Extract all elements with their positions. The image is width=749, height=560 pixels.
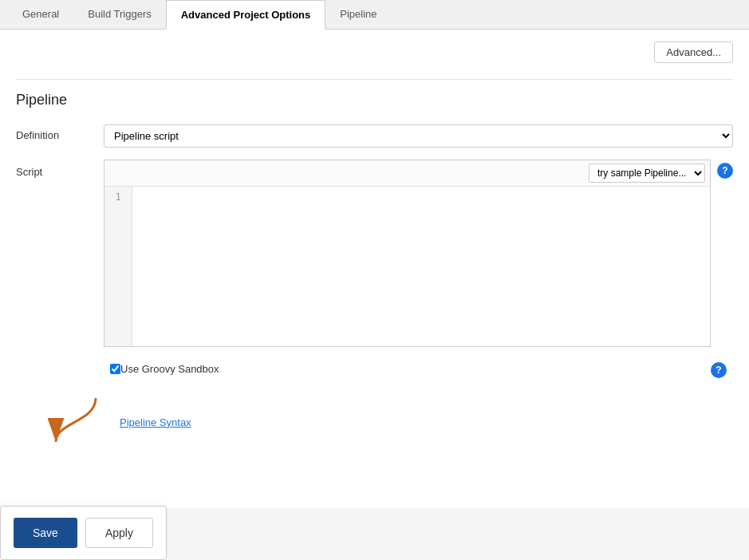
definition-row: Definition Pipeline script [16, 124, 733, 148]
arrow-icon [40, 394, 112, 450]
groovy-sandbox-label: Use Groovy Sandbox [120, 363, 219, 375]
tab-pipeline[interactable]: Pipeline [325, 0, 391, 30]
save-button[interactable]: Save [14, 518, 77, 548]
script-toolbar: try sample Pipeline... [104, 160, 710, 187]
tab-advanced-project-options[interactable]: Advanced Project Options [166, 0, 326, 30]
try-sample-select[interactable]: try sample Pipeline... [589, 164, 705, 183]
tab-bar: General Build Triggers Advanced Project … [0, 0, 749, 30]
script-container: try sample Pipeline... 1 [104, 160, 711, 347]
tab-build-triggers[interactable]: Build Triggers [73, 0, 165, 30]
line-numbers: 1 [104, 187, 132, 346]
script-editor[interactable] [132, 187, 710, 346]
line-number-1: 1 [115, 191, 120, 203]
script-row: Script try sample Pipeline... 1 [16, 160, 733, 347]
script-body: 1 [104, 187, 710, 346]
definition-label: Definition [16, 124, 104, 141]
groovy-sandbox-row: Use Groovy Sandbox ? [110, 359, 733, 378]
script-help-icon[interactable]: ? [717, 163, 733, 179]
arrow-link-row: Pipeline Syntax [40, 394, 733, 450]
tab-general[interactable]: General [8, 0, 73, 30]
apply-button[interactable]: Apply [85, 518, 153, 548]
script-label: Script [16, 160, 104, 178]
pipeline-section: Pipeline Definition Pipeline script Scri… [16, 79, 733, 450]
advanced-btn-row: Advanced... [16, 41, 733, 63]
definition-control: Pipeline script [104, 124, 733, 148]
script-help-wrapper: try sample Pipeline... 1 ? [104, 160, 733, 347]
definition-select[interactable]: Pipeline script [104, 124, 733, 148]
advanced-button[interactable]: Advanced... [654, 41, 733, 63]
footer: Save Apply [0, 506, 167, 560]
pipeline-title: Pipeline [16, 92, 733, 108]
main-content: Advanced... Pipeline Definition Pipeline… [0, 30, 749, 508]
groovy-sandbox-help-icon[interactable]: ? [711, 362, 727, 378]
pipeline-syntax-link[interactable]: Pipeline Syntax [120, 416, 191, 428]
groovy-sandbox-checkbox[interactable] [110, 364, 120, 374]
